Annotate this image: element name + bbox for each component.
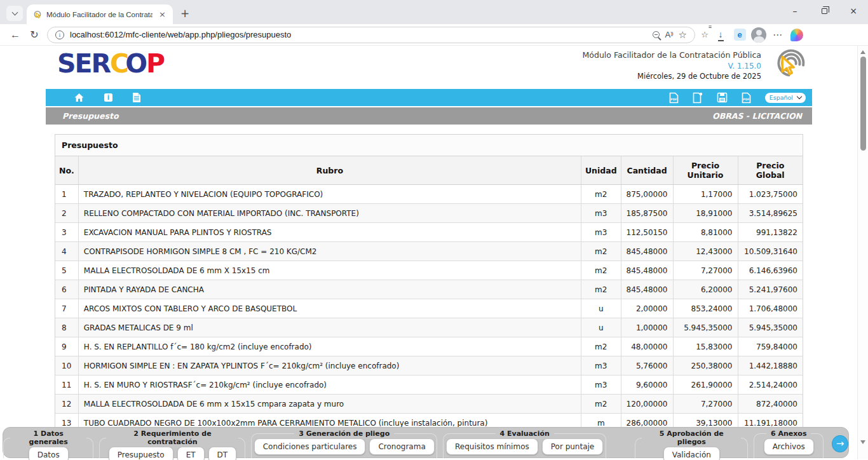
cell-no: 10 [55,356,78,375]
wizard-button-row: Archivos [761,438,817,455]
zoom-out-icon[interactable] [653,31,660,38]
edge-e-icon: e [734,29,746,41]
cell-cantidad: 845,48000 [621,261,673,280]
cell-no: 3 [55,223,78,242]
col-rubro: Rubro [78,156,581,185]
browser-tab[interactable]: Módulo Facilitador de la Contrata × [27,4,173,24]
downloads-button[interactable]: ↓ [712,26,729,44]
table-row: 5MALLA ELECTROSOLDADA DE 6 mm X 15x15 cm… [55,261,803,280]
col-cantidad: Cantidad [621,156,673,185]
wizard-button-row: Requisitos mínimosPor puntaje [450,438,599,455]
page-scrollbar[interactable] [857,46,868,459]
ellipsis-icon: ⋯ [773,29,783,41]
table-header-row: No. Rubro Unidad Cantidad Precio Unitari… [55,156,803,185]
wizard-button-cronograma[interactable]: Cronograma [369,438,434,455]
wizard-button-presupuesto[interactable]: Presupuesto [109,447,173,460]
minimize-button[interactable]: – [780,0,810,22]
home-icon[interactable] [74,93,85,102]
cell-precio_global: 1.442,18880 [738,356,803,375]
cell-cantidad: 875,00000 [621,185,673,204]
close-button[interactable]: × [839,0,868,22]
cell-rubro: PINTADA Y RAYADA DE CANCHA [78,280,581,299]
profile-button[interactable] [750,26,768,44]
cell-precio_global: 5.241,97600 [738,280,803,299]
restore-icon [822,8,827,14]
back-button[interactable]: ← [6,26,24,44]
new-document-icon[interactable] [693,92,703,104]
wizard-button-dt[interactable]: DT [208,447,237,460]
sercop-logo: SERCOP [57,51,164,77]
wizard-section-legend: 5 Aprobación de pliegos [642,430,741,446]
scrollbar-down-icon[interactable] [860,440,865,444]
page-viewport: SERCOP Módulo Facilitador de la Contrata… [0,46,868,459]
address-bar[interactable]: i localhost:6012/mfc-cliente/web/app.php… [47,27,695,43]
favorite-star-icon[interactable]: ☆ [679,29,687,41]
cell-precio_global: 5.945,35000 [738,318,803,337]
tab-close-icon[interactable]: × [157,10,168,19]
cell-precio_unitario: 12,43000 [673,242,738,261]
cell-rubro: H. S. EN REPLANTILLO f´c= 180 kg/cm2 (in… [78,337,581,356]
wizard-button-archivos[interactable]: Archivos [764,438,814,455]
settings-menu-button[interactable]: ⋯ [769,26,787,44]
cell-rubro: MALLA ELECTROSOLDADA DE 6 mm x 15x15 cmp… [78,395,581,414]
cell-rubro: HORMIGON SIMPLE EN : EN ZAPATA YPLINTOS … [78,356,581,375]
site-header: SERCOP Módulo Facilitador de la Contrata… [5,46,857,89]
wizard-button-datos[interactable]: Datos [29,447,69,460]
app-version: V. 1.15.0 [583,61,761,72]
cell-cantidad: 48,00000 [621,337,673,356]
favorites-bar-icon[interactable]: ☆≡ [699,26,710,44]
cell-no: 11 [55,375,78,395]
site-info-icon[interactable]: i [55,30,64,39]
copilot-button[interactable] [788,26,806,44]
wizard-button-por-puntaje[interactable]: Por puntaje [542,438,604,455]
scrollbar-up-icon[interactable] [860,50,865,54]
process-type-label: OBRAS - LICITACION [712,111,802,121]
cell-rubro: MALLA ELECTROSOLDADA DE 6 mm X 15x15 cm [78,261,581,280]
cell-unidad: m3 [581,356,621,375]
wizard-section: 2 Requerimiento de contrataciónPresupues… [99,430,245,458]
toolbar-right-icons: PDF PDF Español [669,92,806,104]
read-aloud-icon[interactable]: A)) [665,30,673,39]
cell-precio_global: 6.146,63960 [738,261,803,280]
wizard-button-condiciones-particulares[interactable]: Condiciones particulares [254,438,366,455]
wizard-footer: 1 Datos generalesDatos2 Requerimiento de… [3,427,849,458]
cell-no: 1 [55,185,78,204]
col-unidad: Unidad [581,156,621,185]
pdf-download-icon[interactable]: PDF [742,92,751,104]
cell-unidad: m2 [581,395,621,414]
cell-precio_unitario: 1,17000 [673,185,738,204]
cell-cantidad: 9,60000 [621,375,673,395]
scrollbar-thumb[interactable] [860,57,866,151]
wizard-button-et[interactable]: ET [177,447,205,460]
wizard-button-requisitos-m-nimos[interactable]: Requisitos mínimos [446,438,538,455]
avatar [751,27,766,43]
svg-text:PDF: PDF [670,98,677,101]
cell-precio_global: 991,13822 [738,223,803,242]
wizard-section: 3 Generación de pliegoCondiciones partic… [251,430,437,458]
cell-precio_global: 2.514,24000 [738,375,803,395]
language-value: Español [770,94,793,101]
svg-text:i: i [107,94,109,101]
cell-cantidad: 845,48000 [621,280,673,299]
restore-button[interactable] [810,0,839,22]
cell-no: 7 [55,299,78,318]
language-select[interactable]: Español [765,93,806,103]
pdf-export-icon[interactable]: PDF [669,92,679,104]
refresh-button[interactable]: ↻ [25,26,43,44]
save-icon[interactable] [717,92,728,103]
window-controls: – × [780,0,868,22]
header-info: Módulo Facilitador de la Contratación Pú… [583,50,761,81]
blue-toolbar: i PDF PDF Españ [46,89,812,106]
info-icon[interactable]: i [104,93,113,102]
tab-search-button[interactable] [6,6,23,21]
ie-mode-button[interactable]: e [731,26,749,44]
next-step-button[interactable]: → [832,435,848,452]
section-title: Presupuesto [62,111,118,121]
new-tab-button[interactable]: + [180,7,189,20]
table-row: 7ARCOS MIXTOS CON TABLERO Y ARCO DE BASQ… [55,299,803,318]
url-text[interactable]: localhost:6012/mfc-cliente/web/app.php/p… [70,30,647,39]
wizard-button-validaci-n[interactable]: Validación [663,447,720,460]
cell-cantidad: 112,50150 [621,223,673,242]
document-icon[interactable] [132,92,141,103]
cell-unidad: m2 [581,242,621,261]
